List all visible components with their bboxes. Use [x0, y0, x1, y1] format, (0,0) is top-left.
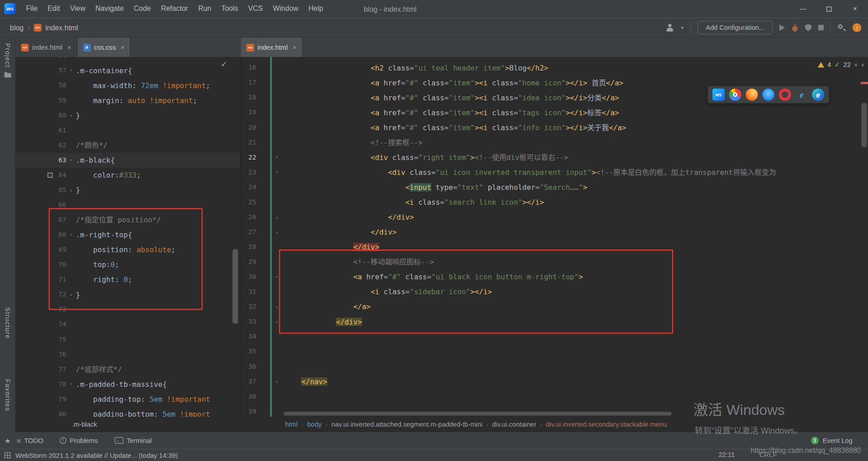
code-line-75[interactable]: 75: [15, 332, 240, 347]
code-line-25[interactable]: 25 <i class="search link icon"></i>: [241, 195, 868, 210]
terminal-button[interactable]: >_ Terminal: [114, 437, 151, 444]
code-line-22[interactable]: 22▾ <div class="right item"><!--使用div框可以…: [241, 150, 868, 165]
update-available-icon[interactable]: ↑: [853, 23, 862, 32]
firefox-icon[interactable]: [745, 89, 758, 101]
fold-marker[interactable]: ▾: [272, 165, 282, 180]
stop-icon[interactable]: [818, 25, 824, 30]
menu-run[interactable]: Run: [193, 0, 216, 18]
code-line-16[interactable]: 16 <h2 class="ui teal header item">Blog<…: [241, 60, 868, 75]
code-line-80[interactable]: 80 padding-bottom: 5em !import: [15, 407, 240, 417]
breadcrumb-body[interactable]: body: [307, 421, 322, 428]
ie-icon[interactable]: e: [796, 89, 808, 101]
code-line-65[interactable]: 65▴}: [15, 183, 240, 198]
debug-icon[interactable]: [792, 24, 798, 32]
caret-position[interactable]: 22:11: [718, 449, 735, 461]
code-line-62[interactable]: 62/*颜色*/: [15, 138, 240, 153]
fold-marker[interactable]: ▾: [66, 153, 76, 168]
sidebar-item-structure[interactable]: Structure: [4, 307, 12, 339]
fold-marker[interactable]: ▴: [66, 183, 76, 198]
html-editor-pane[interactable]: 16 <h2 class="ui teal header item">Blog<…: [241, 57, 868, 417]
code-line-35[interactable]: 35: [241, 344, 868, 359]
tab-index.html[interactable]: <>index.html×: [15, 38, 77, 57]
code-line-36[interactable]: 36: [241, 359, 868, 374]
code-line-64[interactable]: 64 color:#333;: [15, 168, 240, 183]
menu-help[interactable]: Help: [303, 0, 328, 18]
webstorm-icon[interactable]: WS: [712, 89, 725, 101]
breadcrumb-div[interactable]: div.ui.container: [492, 421, 537, 428]
html-scrollbar-thumb[interactable]: [861, 103, 867, 147]
fold-marker[interactable]: ▴: [272, 374, 282, 389]
close-button[interactable]: ×: [842, 0, 868, 18]
tab-close-icon[interactable]: ×: [121, 43, 125, 51]
problems-button[interactable]: ! Problems: [60, 437, 98, 444]
chrome-icon[interactable]: [729, 89, 741, 101]
minimize-button[interactable]: —: [790, 0, 816, 18]
code-line-56[interactable]: 56: [15, 57, 240, 63]
code-line-58[interactable]: 58 max-width: 72em !important;: [15, 78, 240, 93]
code-line-79[interactable]: 79 padding-top: 5em !important: [15, 392, 240, 407]
fold-marker[interactable]: ▾: [272, 150, 282, 165]
tab-close-icon[interactable]: ×: [67, 43, 71, 51]
inspections-widget[interactable]: 4 ✓ 22 ∧ ∨: [817, 59, 864, 70]
code-line-27[interactable]: 27▴ </div>: [241, 225, 868, 240]
code-line-63[interactable]: 63▾.m-black{: [15, 153, 240, 168]
code-line-24[interactable]: 24 <input type="text" placeholder="Searc…: [241, 180, 868, 195]
status-message[interactable]: WebStorm 2021.1.2 available // Update...…: [15, 452, 178, 459]
code-line-21[interactable]: 21 <!--搜索框-->: [241, 135, 868, 150]
code-line-76[interactable]: 76: [15, 347, 240, 362]
code-line-20[interactable]: 20 <a href="#" class="item"><i class="in…: [241, 120, 868, 135]
code-line-23[interactable]: 23▾ <div class="ui icon inverted transpa…: [241, 165, 868, 180]
sidebar-item-favorites[interactable]: Favorites: [4, 379, 12, 411]
fold-marker[interactable]: ▴: [272, 210, 282, 225]
opera-icon[interactable]: [779, 89, 791, 101]
project-crumb[interactable]: blog: [10, 24, 24, 32]
code-line-60[interactable]: 60▴}: [15, 108, 240, 123]
menu-refactor[interactable]: Refactor: [156, 0, 193, 18]
code-line-38[interactable]: 38: [241, 389, 868, 404]
menu-vcs[interactable]: VCS: [243, 0, 268, 18]
fold-marker[interactable]: ▴: [66, 108, 76, 123]
maximize-button[interactable]: [816, 0, 842, 18]
fold-marker[interactable]: ▾: [66, 377, 76, 392]
safari-icon[interactable]: [762, 89, 774, 101]
breadcrumb-html[interactable]: html: [285, 421, 298, 428]
menu-window[interactable]: Window: [268, 0, 303, 18]
fold-marker[interactable]: ▾: [66, 63, 76, 78]
css-breadcrumb[interactable]: .m-black: [72, 417, 97, 432]
code-line-26[interactable]: 26▴ </div>: [241, 210, 868, 225]
fold-marker[interactable]: ▴: [272, 225, 282, 240]
menu-file[interactable]: File: [21, 0, 43, 18]
css-scrollbar-thumb[interactable]: [232, 249, 238, 324]
code-line-61[interactable]: 61: [15, 123, 240, 138]
menu-view[interactable]: View: [65, 0, 90, 18]
code-line-19[interactable]: 19 <a href="#" class="item"><i class="ta…: [241, 105, 868, 120]
code-line-74[interactable]: 74: [15, 317, 240, 332]
code-line-37[interactable]: 37▴ </nav>: [241, 374, 868, 389]
run-icon[interactable]: [779, 24, 785, 31]
menu-edit[interactable]: Edit: [42, 0, 65, 18]
prev-problem-icon[interactable]: ∧: [854, 62, 858, 67]
breadcrumb-div[interactable]: div.ui.inverted.secondary.stackable.menu: [546, 421, 667, 428]
tab-close-icon[interactable]: ×: [292, 43, 297, 51]
menu-navigate[interactable]: Navigate: [90, 0, 129, 18]
project-folder-icon[interactable]: [5, 73, 11, 78]
code-line-78[interactable]: 78▾.m-padded-tb-massive{: [15, 377, 240, 392]
code-line-59[interactable]: 59 margin: auto !important;: [15, 93, 240, 108]
event-log-button[interactable]: 1 Event Log: [811, 437, 853, 444]
sidebar-item-project[interactable]: Project: [4, 43, 12, 68]
line-separator[interactable]: CRLF: [760, 449, 777, 461]
next-problem-icon[interactable]: ∨: [861, 62, 865, 67]
error-stripe-mark[interactable]: [861, 82, 868, 84]
edge-icon[interactable]: e: [812, 89, 824, 101]
add-configuration-button[interactable]: Add Configuration...: [698, 21, 773, 34]
user-icon[interactable]: [665, 23, 675, 32]
code-line-57[interactable]: 57▾.m-container{: [15, 63, 240, 78]
favorites-star-icon[interactable]: ★: [5, 437, 11, 445]
search-everywhere-icon[interactable]: [838, 24, 846, 32]
menu-code[interactable]: Code: [129, 0, 156, 18]
horizontal-scrollbar-thumb[interactable]: [283, 412, 671, 416]
coverage-icon[interactable]: [805, 24, 811, 31]
tool-windows-icon[interactable]: [5, 452, 10, 458]
tab-index.html[interactable]: <>index.html×: [241, 38, 303, 57]
breadcrumb-nav[interactable]: nav.ui.inverted.attached.segment.m-padde…: [331, 421, 483, 428]
